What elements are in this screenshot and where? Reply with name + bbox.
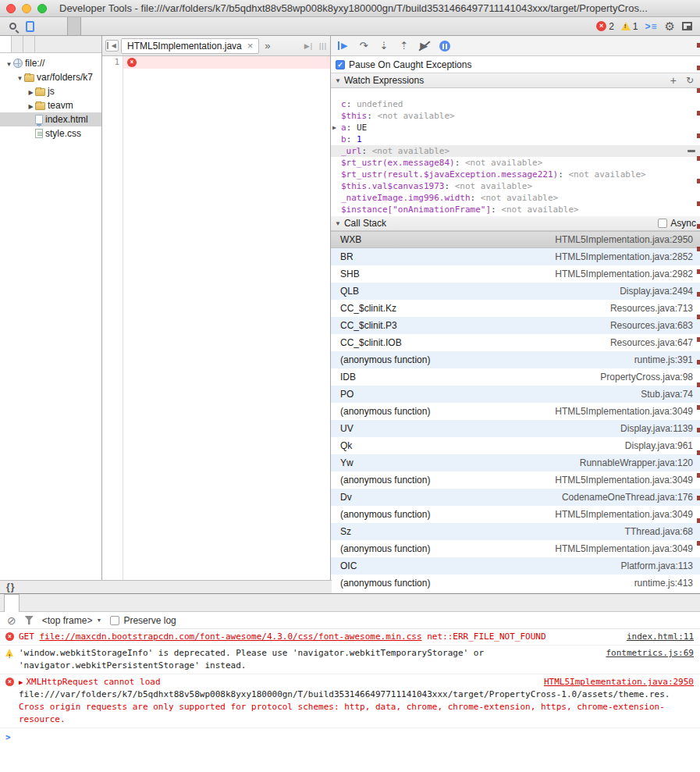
call-stack-header[interactable]: ▼ Call Stack Async [331, 216, 700, 231]
frame-source-link[interactable]: HTML5Implementation.java:3049 [555, 509, 693, 520]
error-count-badge[interactable]: ×2 [596, 21, 614, 32]
collapse-section-icon[interactable]: ▼ [335, 220, 341, 227]
watch-expression-row[interactable]: _url<not available> [331, 145, 700, 157]
tree-disclosure-icon[interactable]: ▼ [5, 58, 13, 72]
pause-on-exceptions-icon[interactable] [439, 41, 450, 52]
call-stack-frame[interactable]: SHBHTML5Implementation.java:2982 [331, 265, 700, 283]
call-stack-frame[interactable]: CC_$clinit.KzResources.java:713 [331, 300, 700, 317]
device-mode-icon[interactable] [22, 20, 37, 34]
watch-expression-row[interactable]: $rt_ustr(ex.message84)<not available> [331, 157, 700, 169]
panel-tab[interactable] [67, 17, 81, 35]
tab-overflow-icon[interactable]: » [265, 40, 270, 52]
frame-source-link[interactable]: runtime.js:391 [634, 354, 693, 365]
panel-tab[interactable] [42, 17, 55, 35]
file-tree-item[interactable]: ▼file:// [0, 56, 101, 70]
step-out-icon[interactable]: ⇡ [400, 41, 408, 51]
panel-tab[interactable] [119, 17, 131, 35]
panel-tab[interactable] [131, 17, 144, 35]
frame-source-link[interactable]: CodenameOneThread.java:176 [562, 492, 693, 503]
hide-navigator-icon[interactable]: ◀ [105, 40, 119, 52]
step-into-icon[interactable]: ⇣ [379, 41, 388, 51]
frame-source-link[interactable]: HTML5Implementation.java:2950 [555, 234, 693, 245]
watch-expression-row[interactable]: b1 [331, 133, 700, 145]
preserve-log-checkbox[interactable] [110, 616, 119, 625]
frame-source-link[interactable]: runtime.js:413 [634, 578, 693, 589]
frame-source-link[interactable]: HTML5Implementation.java:2852 [555, 251, 693, 262]
editor-tab[interactable]: HTML5Implementation.java× [121, 38, 259, 54]
watch-expression-row[interactable]: ▶aUE [331, 122, 700, 133]
call-stack-frame[interactable]: (anonymous function)HTML5Implementation.… [331, 506, 700, 523]
frame-source-link[interactable]: HTML5Implementation.java:2982 [555, 269, 693, 279]
resume-icon[interactable]: ▶ [338, 41, 347, 50]
pause-on-caught-checkbox[interactable]: ✓ [336, 60, 345, 69]
frame-source-link[interactable]: PropertyCross.java:98 [600, 372, 693, 382]
frame-source-link[interactable]: RunnableWrapper.java:120 [580, 457, 693, 468]
watch-expression-row[interactable]: cundefined [331, 98, 700, 110]
call-stack-frame[interactable]: YwRunnableWrapper.java:120 [331, 454, 700, 471]
dock-side-icon[interactable] [682, 22, 692, 30]
drawer-tab[interactable] [20, 594, 34, 611]
frame-source-link[interactable]: Resources.java:647 [610, 337, 693, 348]
file-tree-item[interactable]: ▶teavm [0, 98, 101, 112]
frame-source-link[interactable]: Platform.java:113 [621, 560, 694, 571]
call-stack-frame[interactable]: SzTThread.java:68 [331, 523, 700, 540]
call-stack-frame[interactable]: IDBPropertyCross.java:98 [331, 368, 700, 386]
file-tree-item[interactable]: ▶js [0, 84, 101, 98]
console-drawer-icon[interactable]: >≡ [645, 21, 658, 32]
file-tree-item[interactable]: index.html [0, 112, 101, 126]
line-error-icon[interactable]: × [127, 58, 137, 67]
source-link[interactable]: HTML5Implementation.java:2950 [544, 676, 694, 688]
source-link[interactable]: fontmetrics.js:69 [606, 647, 694, 660]
clear-console-icon[interactable]: ⊘ [7, 615, 16, 626]
watch-expression-row[interactable]: $this.val$canvas1973<not available> [331, 180, 700, 192]
tree-disclosure-icon[interactable]: ▼ [16, 72, 24, 86]
watch-expression-row[interactable]: $rt_ustr(result.$javaException.message22… [331, 169, 700, 180]
call-stack-frame[interactable]: WXBHTML5Implementation.java:2950 [331, 231, 700, 248]
watch-expressions-header[interactable]: ▼ Watch Expressions + ↻ [331, 73, 700, 88]
deactivate-breakpoints-icon[interactable]: ▶ [420, 41, 428, 51]
call-stack-frame[interactable]: POStub.java:74 [331, 386, 700, 403]
delete-watch-icon[interactable] [688, 150, 695, 152]
file-tree-item[interactable]: style.css [0, 126, 101, 141]
resource-link[interactable]: file://maxcdn.bootstrapcdn.com/font-awes… [40, 631, 422, 642]
call-stack-frame[interactable]: (anonymous function)HTML5Implementation.… [331, 540, 700, 557]
source-link[interactable]: index.html:11 [627, 631, 694, 643]
call-stack-frame[interactable]: UVDisplay.java:1139 [331, 420, 700, 437]
frame-source-link[interactable]: HTML5Implementation.java:3049 [555, 543, 693, 554]
call-stack-frame[interactable]: QLBDisplay.java:2494 [331, 283, 700, 300]
call-stack-frame[interactable]: (anonymous function)runtime.js:391 [331, 351, 700, 368]
frame-source-link[interactable]: TThread.java:68 [625, 526, 693, 537]
call-stack-frame[interactable]: CC_$clinit.P3Resources.java:683 [331, 317, 700, 334]
expand-message-icon[interactable]: ▶ [19, 678, 23, 686]
refresh-watch-icon[interactable]: ↻ [686, 76, 694, 85]
console-prompt[interactable]: > [0, 728, 700, 747]
collapse-section-icon[interactable]: ▼ [335, 77, 341, 84]
call-stack-frame[interactable]: (anonymous function)runtime.js:413 [331, 575, 700, 592]
filter-icon[interactable] [25, 616, 34, 624]
panel-tab[interactable] [94, 17, 106, 35]
call-stack-frame[interactable]: (anonymous function)HTML5Implementation.… [331, 403, 700, 420]
navigator-tab[interactable] [23, 36, 35, 52]
frame-source-link[interactable]: Display.java:1139 [620, 423, 693, 434]
call-stack-frame[interactable]: OICPlatform.java:113 [331, 557, 700, 575]
editor-run-icon[interactable]: ▶| [304, 42, 313, 50]
drawer-tab[interactable] [4, 594, 20, 612]
panel-tab[interactable] [106, 17, 119, 35]
frame-source-link[interactable]: Display.java:961 [625, 440, 693, 451]
call-stack-frame[interactable]: CC_$clinit.IOBResources.java:647 [331, 334, 700, 351]
watch-expression-row[interactable]: $this<not available> [331, 110, 700, 122]
navigator-tab[interactable] [12, 36, 23, 52]
add-watch-icon[interactable]: + [670, 75, 677, 86]
navigator-tab[interactable] [0, 36, 12, 52]
async-checkbox[interactable] [658, 219, 667, 228]
panel-tab[interactable] [144, 17, 156, 35]
step-over-icon[interactable]: ↷ [359, 41, 368, 51]
frame-source-link[interactable]: Resources.java:683 [610, 320, 693, 331]
search-icon[interactable] [5, 20, 20, 34]
warning-count-badge[interactable]: 1 [621, 21, 638, 32]
watch-expression-row[interactable]: $instance["onAnimationFrame"]<not availa… [331, 204, 700, 215]
panel-tab[interactable] [81, 17, 94, 35]
frame-source-link[interactable]: HTML5Implementation.java:3049 [555, 406, 693, 417]
editor-columns-icon[interactable]: ||| [319, 42, 327, 50]
frame-source-link[interactable]: HTML5Implementation.java:3049 [555, 475, 693, 486]
